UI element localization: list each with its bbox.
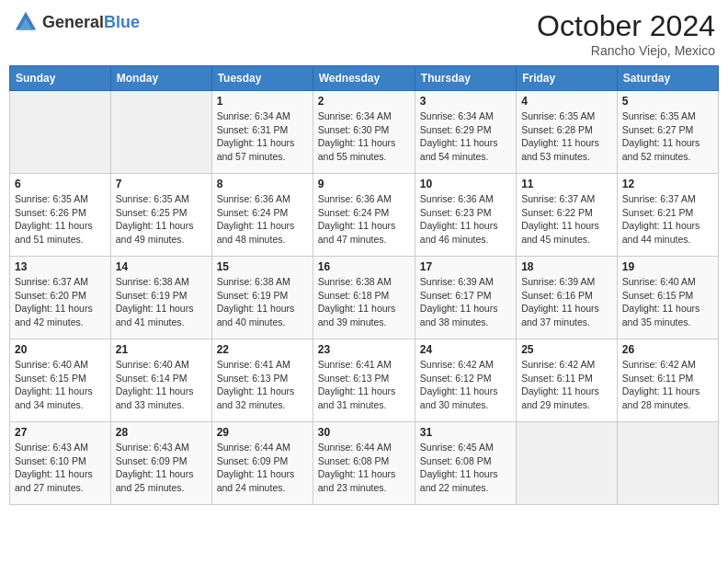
- day-info: Sunrise: 6:37 AMSunset: 6:22 PMDaylight:…: [521, 192, 612, 247]
- calendar-day-cell: [110, 91, 211, 174]
- day-info: Sunrise: 6:38 AMSunset: 6:18 PMDaylight:…: [318, 275, 410, 329]
- day-info: Sunrise: 6:43 AMSunset: 6:09 PMDaylight:…: [116, 441, 207, 495]
- calendar-header-row: SundayMondayTuesdayWednesdayThursdayFrid…: [10, 66, 719, 91]
- day-number: 3: [420, 95, 511, 108]
- day-of-week-header: Monday: [110, 66, 211, 91]
- day-number: 12: [622, 178, 713, 190]
- logo: GeneralBlue: [13, 9, 140, 35]
- calendar-day-cell: 18Sunrise: 6:39 AMSunset: 6:16 PMDayligh…: [517, 257, 618, 339]
- day-number: 30: [318, 426, 410, 439]
- month-year-title: October 2024: [537, 9, 715, 43]
- day-info: Sunrise: 6:35 AMSunset: 6:26 PMDaylight:…: [15, 192, 106, 247]
- calendar-day-cell: 9Sunrise: 6:36 AMSunset: 6:24 PMDaylight…: [313, 174, 415, 257]
- day-info: Sunrise: 6:37 AMSunset: 6:20 PMDaylight:…: [15, 275, 106, 329]
- day-info: Sunrise: 6:35 AMSunset: 6:27 PMDaylight:…: [622, 109, 713, 164]
- calendar-day-cell: 30Sunrise: 6:44 AMSunset: 6:08 PMDayligh…: [313, 422, 415, 505]
- day-info: Sunrise: 6:38 AMSunset: 6:19 PMDaylight:…: [217, 275, 308, 329]
- calendar-day-cell: 20Sunrise: 6:40 AMSunset: 6:15 PMDayligh…: [10, 339, 111, 422]
- day-info: Sunrise: 6:36 AMSunset: 6:24 PMDaylight:…: [217, 192, 308, 247]
- calendar-day-cell: 4Sunrise: 6:35 AMSunset: 6:28 PMDaylight…: [517, 91, 618, 174]
- day-info: Sunrise: 6:44 AMSunset: 6:09 PMDaylight:…: [217, 441, 308, 495]
- title-block: October 2024 Rancho Viejo, Mexico: [537, 9, 715, 58]
- calendar-day-cell: 6Sunrise: 6:35 AMSunset: 6:26 PMDaylight…: [10, 174, 111, 257]
- day-number: 11: [521, 178, 612, 190]
- calendar-table: SundayMondayTuesdayWednesdayThursdayFrid…: [9, 65, 719, 505]
- location-subtitle: Rancho Viejo, Mexico: [537, 43, 715, 58]
- day-info: Sunrise: 6:34 AMSunset: 6:30 PMDaylight:…: [318, 109, 410, 164]
- day-number: 13: [15, 260, 106, 273]
- calendar-day-cell: 16Sunrise: 6:38 AMSunset: 6:18 PMDayligh…: [313, 257, 415, 339]
- calendar-day-cell: 14Sunrise: 6:38 AMSunset: 6:19 PMDayligh…: [110, 257, 211, 339]
- day-number: 19: [622, 260, 713, 273]
- day-number: 5: [622, 95, 713, 108]
- logo-general-text: General: [42, 13, 104, 31]
- day-info: Sunrise: 6:37 AMSunset: 6:21 PMDaylight:…: [622, 192, 713, 247]
- day-info: Sunrise: 6:42 AMSunset: 6:12 PMDaylight:…: [420, 358, 511, 412]
- calendar-day-cell: 27Sunrise: 6:43 AMSunset: 6:10 PMDayligh…: [10, 422, 111, 505]
- calendar-day-cell: 24Sunrise: 6:42 AMSunset: 6:12 PMDayligh…: [415, 339, 516, 422]
- calendar-day-cell: 3Sunrise: 6:34 AMSunset: 6:29 PMDaylight…: [415, 91, 516, 174]
- calendar-week-row: 6Sunrise: 6:35 AMSunset: 6:26 PMDaylight…: [10, 174, 719, 257]
- calendar-day-cell: 26Sunrise: 6:42 AMSunset: 6:11 PMDayligh…: [617, 339, 718, 422]
- day-of-week-header: Wednesday: [313, 66, 415, 91]
- calendar-body: 1Sunrise: 6:34 AMSunset: 6:31 PMDaylight…: [10, 91, 719, 505]
- day-info: Sunrise: 6:39 AMSunset: 6:16 PMDaylight:…: [521, 275, 612, 329]
- calendar-day-cell: 13Sunrise: 6:37 AMSunset: 6:20 PMDayligh…: [10, 257, 111, 339]
- day-number: 2: [318, 95, 410, 108]
- day-info: Sunrise: 6:40 AMSunset: 6:15 PMDaylight:…: [622, 275, 713, 329]
- day-info: Sunrise: 6:35 AMSunset: 6:25 PMDaylight:…: [116, 192, 207, 247]
- day-number: 26: [622, 343, 713, 356]
- day-info: Sunrise: 6:34 AMSunset: 6:29 PMDaylight:…: [420, 109, 511, 164]
- calendar-day-cell: 17Sunrise: 6:39 AMSunset: 6:17 PMDayligh…: [415, 257, 516, 339]
- day-info: Sunrise: 6:44 AMSunset: 6:08 PMDaylight:…: [318, 441, 410, 495]
- logo-blue-text: Blue: [104, 13, 140, 31]
- calendar-day-cell: 11Sunrise: 6:37 AMSunset: 6:22 PMDayligh…: [517, 174, 618, 257]
- calendar-day-cell: 29Sunrise: 6:44 AMSunset: 6:09 PMDayligh…: [211, 422, 313, 505]
- calendar-day-cell: 1Sunrise: 6:34 AMSunset: 6:31 PMDaylight…: [211, 91, 313, 174]
- calendar-day-cell: 21Sunrise: 6:40 AMSunset: 6:14 PMDayligh…: [110, 339, 211, 422]
- day-info: Sunrise: 6:41 AMSunset: 6:13 PMDaylight:…: [217, 358, 308, 412]
- day-number: 15: [217, 260, 308, 273]
- day-number: 18: [521, 260, 612, 273]
- calendar-day-cell: 5Sunrise: 6:35 AMSunset: 6:27 PMDaylight…: [617, 91, 718, 174]
- day-number: 17: [420, 260, 511, 273]
- day-number: 6: [15, 178, 106, 190]
- calendar-day-cell: 2Sunrise: 6:34 AMSunset: 6:30 PMDaylight…: [313, 91, 415, 174]
- day-info: Sunrise: 6:38 AMSunset: 6:19 PMDaylight:…: [116, 275, 207, 329]
- calendar-day-cell: 7Sunrise: 6:35 AMSunset: 6:25 PMDaylight…: [110, 174, 211, 257]
- day-info: Sunrise: 6:40 AMSunset: 6:15 PMDaylight:…: [15, 358, 106, 412]
- day-number: 7: [116, 178, 207, 190]
- logo-icon: [13, 9, 39, 35]
- calendar-day-cell: 25Sunrise: 6:42 AMSunset: 6:11 PMDayligh…: [517, 339, 618, 422]
- calendar-day-cell: 23Sunrise: 6:41 AMSunset: 6:13 PMDayligh…: [313, 339, 415, 422]
- day-number: 31: [420, 426, 511, 439]
- day-number: 27: [15, 426, 106, 439]
- calendar-day-cell: [10, 91, 111, 174]
- day-info: Sunrise: 6:39 AMSunset: 6:17 PMDaylight:…: [420, 275, 511, 329]
- calendar-day-cell: 10Sunrise: 6:36 AMSunset: 6:23 PMDayligh…: [415, 174, 516, 257]
- day-of-week-header: Friday: [517, 66, 618, 91]
- day-number: 9: [318, 178, 410, 190]
- calendar-day-cell: 12Sunrise: 6:37 AMSunset: 6:21 PMDayligh…: [617, 174, 718, 257]
- day-info: Sunrise: 6:40 AMSunset: 6:14 PMDaylight:…: [116, 358, 207, 412]
- day-info: Sunrise: 6:36 AMSunset: 6:24 PMDaylight:…: [318, 192, 410, 247]
- day-number: 23: [318, 343, 410, 356]
- day-number: 14: [116, 260, 207, 273]
- day-info: Sunrise: 6:36 AMSunset: 6:23 PMDaylight:…: [420, 192, 511, 247]
- calendar-day-cell: 15Sunrise: 6:38 AMSunset: 6:19 PMDayligh…: [211, 257, 313, 339]
- day-number: 22: [217, 343, 308, 356]
- day-number: 24: [420, 343, 511, 356]
- calendar-week-row: 13Sunrise: 6:37 AMSunset: 6:20 PMDayligh…: [10, 257, 719, 339]
- page-header: GeneralBlue October 2024 Rancho Viejo, M…: [9, 9, 719, 58]
- day-info: Sunrise: 6:35 AMSunset: 6:28 PMDaylight:…: [521, 109, 612, 164]
- day-number: 16: [318, 260, 410, 273]
- calendar-day-cell: 22Sunrise: 6:41 AMSunset: 6:13 PMDayligh…: [211, 339, 313, 422]
- day-info: Sunrise: 6:43 AMSunset: 6:10 PMDaylight:…: [15, 441, 106, 495]
- day-number: 29: [217, 426, 308, 439]
- day-info: Sunrise: 6:42 AMSunset: 6:11 PMDaylight:…: [622, 358, 713, 412]
- day-number: 28: [116, 426, 207, 439]
- day-info: Sunrise: 6:41 AMSunset: 6:13 PMDaylight:…: [318, 358, 410, 412]
- calendar-day-cell: 31Sunrise: 6:45 AMSunset: 6:08 PMDayligh…: [415, 422, 516, 505]
- day-of-week-header: Saturday: [617, 66, 718, 91]
- calendar-day-cell: 8Sunrise: 6:36 AMSunset: 6:24 PMDaylight…: [211, 174, 313, 257]
